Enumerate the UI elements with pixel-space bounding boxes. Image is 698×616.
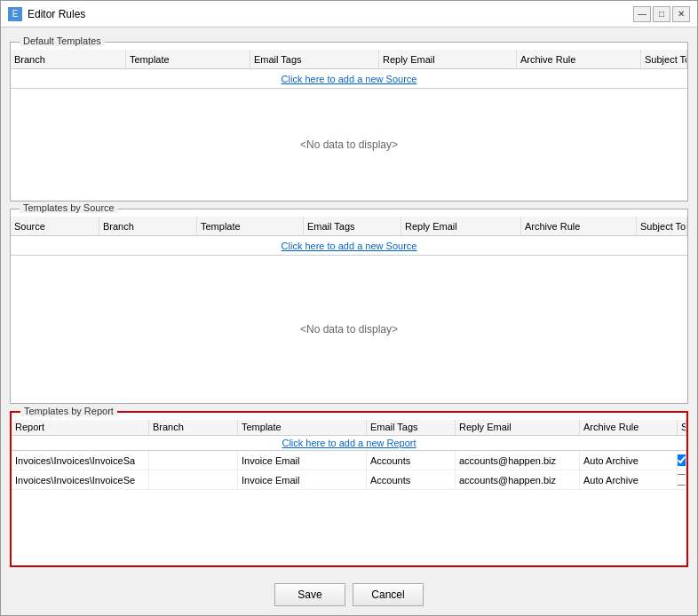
tr-header-subjecttoken: Subj. Toke <box>678 420 686 435</box>
tr-add-row-text[interactable]: Click here to add a new Report <box>282 438 416 448</box>
tr-row2-checkbox[interactable] <box>678 474 686 486</box>
tr-row2-report: Invoices\Invoices\InvoiceSe <box>12 470 149 489</box>
ts-add-row-text[interactable]: Click here to add a new Source <box>282 241 417 251</box>
ts-header-branch: Branch <box>99 217 197 235</box>
close-button[interactable]: ✕ <box>672 6 690 22</box>
tr-row1-branch <box>149 451 238 470</box>
ts-header-source: Source <box>11 217 99 235</box>
tr-header-report: Report <box>12 420 149 435</box>
templates-by-report-label: Templates by Report <box>20 406 117 416</box>
ts-header-template: Template <box>197 217 304 235</box>
tr-header-replyemail: Reply Email <box>456 420 580 435</box>
ts-header-emailtags: Email Tags <box>304 217 401 235</box>
app-icon: E <box>8 7 22 21</box>
maximize-button[interactable]: □ <box>653 6 670 22</box>
tr-row1-report: Invoices\Invoices\InvoiceSa <box>12 451 149 470</box>
table-row[interactable]: Invoices\Invoices\InvoiceSe Invoice Emai… <box>12 470 686 490</box>
ts-header-subjecttoken: Subject Token <box>637 217 687 235</box>
tr-data-rows: Invoices\Invoices\InvoiceSa Invoice Emai… <box>12 451 686 565</box>
ts-header-replyemail: Reply Email <box>401 217 521 235</box>
templates-by-report-section: Templates by Report Report Branch Templa… <box>10 411 688 567</box>
tr-row1-replyemail: accounts@happen.biz <box>456 451 580 470</box>
tr-header-template: Template <box>238 420 367 435</box>
tr-row1-subjecttoken[interactable] <box>678 451 686 470</box>
tr-row2-template: Invoice Email <box>238 470 367 489</box>
tr-row2-subjecttoken[interactable] <box>678 470 686 489</box>
cancel-button[interactable]: Cancel <box>353 583 424 606</box>
title-bar-controls: — □ ✕ <box>633 6 690 22</box>
main-content: Default Templates Branch Template Email … <box>1 28 697 576</box>
title-bar-left: E Editor Rules <box>8 7 85 21</box>
tr-header-branch: Branch <box>149 420 238 435</box>
templates-by-report-table: Report Branch Template Email Tags Reply … <box>12 413 686 565</box>
tr-row2-replyemail: accounts@happen.biz <box>456 470 580 489</box>
dt-header-branch: Branch <box>11 50 126 68</box>
dt-header-archiverule: Archive Rule <box>517 50 641 68</box>
templates-by-source-section: Templates by Source Source Branch Templa… <box>10 209 688 404</box>
ts-no-data: <No data to display> <box>300 323 398 336</box>
tr-add-row[interactable]: Click here to add a new Report <box>12 436 686 452</box>
dt-add-row[interactable]: Click here to add a new Source <box>11 69 687 89</box>
dt-header-subjecttoken: Subject Token <box>641 50 687 68</box>
default-templates-section: Default Templates Branch Template Email … <box>10 42 688 201</box>
footer: Save Cancel <box>1 576 697 615</box>
default-templates-table: Branch Template Email Tags Reply Email A… <box>11 43 687 201</box>
editor-rules-window: E Editor Rules — □ ✕ Default Templates B… <box>0 0 698 616</box>
tr-row2-archiverule: Auto Archive <box>580 470 678 489</box>
minimize-button[interactable]: — <box>633 6 651 22</box>
dt-no-data: <No data to display> <box>300 138 398 151</box>
tr-row1-archiverule: Auto Archive <box>580 451 678 470</box>
default-templates-header-row: Branch Template Email Tags Reply Email A… <box>11 50 687 69</box>
ts-add-row[interactable]: Click here to add a new Source <box>11 236 687 256</box>
default-templates-label: Default Templates <box>20 36 105 46</box>
dt-add-row-text[interactable]: Click here to add a new Source <box>282 74 417 84</box>
tr-row2-emailtags: Accounts <box>367 470 456 489</box>
dt-header-template: Template <box>126 50 250 68</box>
title-bar: E Editor Rules — □ ✕ <box>1 1 697 28</box>
window-title: Editor Rules <box>28 8 85 20</box>
dt-header-replyemail: Reply Email <box>379 50 517 68</box>
save-button[interactable]: Save <box>274 583 345 606</box>
templates-by-source-table: Source Branch Template Email Tags Reply … <box>11 209 687 403</box>
templates-by-source-label: Templates by Source <box>20 202 118 213</box>
tr-header-archiverule: Archive Rule <box>580 420 678 435</box>
tr-row1-emailtags: Accounts <box>367 451 456 470</box>
tr-header-emailtags: Email Tags <box>367 420 456 435</box>
tr-row1-checkbox[interactable] <box>678 454 686 466</box>
ts-data-area: <No data to display> <box>11 256 687 403</box>
tr-row1-template: Invoice Email <box>238 451 367 470</box>
table-row[interactable]: Invoices\Invoices\InvoiceSa Invoice Emai… <box>12 451 686 470</box>
dt-data-area: <No data to display> <box>11 89 687 201</box>
tr-header-row: Report Branch Template Email Tags Reply … <box>12 420 686 436</box>
tr-row2-branch <box>149 470 238 489</box>
dt-header-emailtags: Email Tags <box>250 50 379 68</box>
ts-header-row: Source Branch Template Email Tags Reply … <box>11 217 687 236</box>
ts-header-archiverule: Archive Rule <box>521 217 637 235</box>
